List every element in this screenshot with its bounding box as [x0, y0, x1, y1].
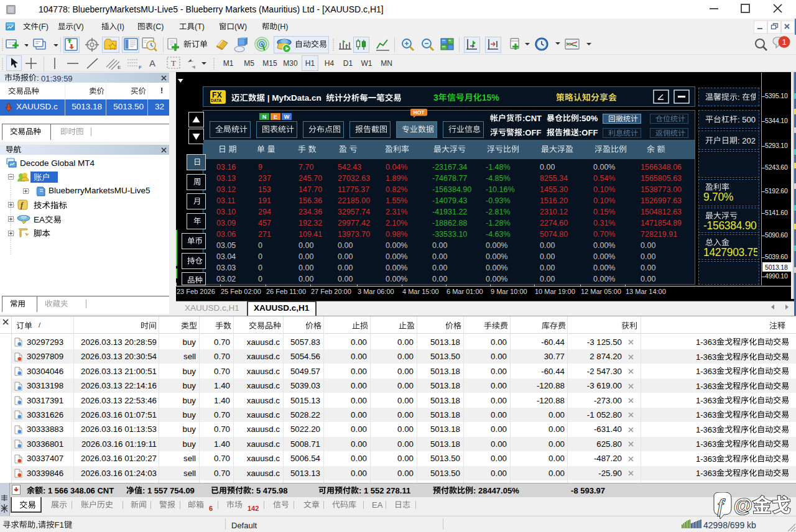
- svg-text:E: E: [118, 65, 121, 70]
- svg-text:1-363: 1-363: [696, 454, 716, 463]
- svg-text:: 500: : 500: [738, 115, 756, 124]
- svg-text:(C): (C): [153, 22, 164, 31]
- svg-text:: 28447.05%: : 28447.05%: [473, 486, 519, 495]
- svg-text:1-363: 1-363: [696, 410, 716, 420]
- svg-text:N: N: [262, 114, 267, 120]
- svg-text:1-363: 1-363: [696, 424, 716, 434]
- svg-text:(V): (V): [73, 22, 84, 31]
- svg-text:: 1 557 754.09: : 1 557 754.09: [142, 486, 195, 495]
- svg-text::: :: [738, 93, 742, 102]
- svg-text::OFF: :OFF: [522, 127, 541, 137]
- svg-text::: :: [37, 73, 39, 83]
- svg-text::50%: :50%: [579, 113, 598, 122]
- svg-text:,: ,: [35, 520, 38, 530]
- svg-text:| MyfxData.cn: | MyfxData.cn: [265, 93, 326, 103]
- svg-text::CNT: :CNT: [522, 113, 542, 122]
- svg-text:: 1 552 278.11: : 1 552 278.11: [359, 486, 410, 495]
- svg-text:1: 1: [782, 37, 786, 47]
- svg-text:@: @: [734, 495, 752, 516]
- svg-text::OFF: :OFF: [579, 127, 598, 137]
- svg-text:: 5 475.98: : 5 475.98: [251, 486, 288, 495]
- svg-text:(H): (H): [277, 22, 288, 31]
- svg-text:3: 3: [433, 93, 438, 103]
- svg-text:1-363: 1-363: [696, 381, 716, 390]
- svg-text:1-363: 1-363: [696, 352, 716, 361]
- svg-text:HOT: HOT: [414, 109, 425, 116]
- svg-text:(F): (F): [39, 22, 49, 31]
- svg-text:F: F: [139, 65, 142, 70]
- svg-text:1-363: 1-363: [696, 337, 716, 347]
- svg-text:T: T: [171, 58, 176, 68]
- svg-text:: 1 566 348.06 CNT: : 1 566 348.06 CNT: [43, 486, 114, 495]
- svg-text:1-363: 1-363: [696, 469, 716, 478]
- svg-text:F1: F1: [55, 520, 65, 530]
- svg-text:1-363: 1-363: [696, 396, 716, 405]
- svg-text:(I): (I): [117, 22, 124, 31]
- svg-text:15%: 15%: [482, 93, 500, 103]
- svg-text:EA: EA: [372, 500, 383, 510]
- svg-text:EA: EA: [34, 215, 45, 224]
- svg-text:(T): (T): [195, 22, 205, 31]
- svg-text:: 2021-0: : 2021-0: [738, 135, 756, 145]
- svg-text:1-363: 1-363: [696, 439, 716, 449]
- svg-text:1-363: 1-363: [696, 367, 716, 376]
- svg-text:W: W: [284, 114, 290, 120]
- svg-text:(W): (W): [234, 22, 247, 31]
- svg-text:E: E: [274, 114, 277, 120]
